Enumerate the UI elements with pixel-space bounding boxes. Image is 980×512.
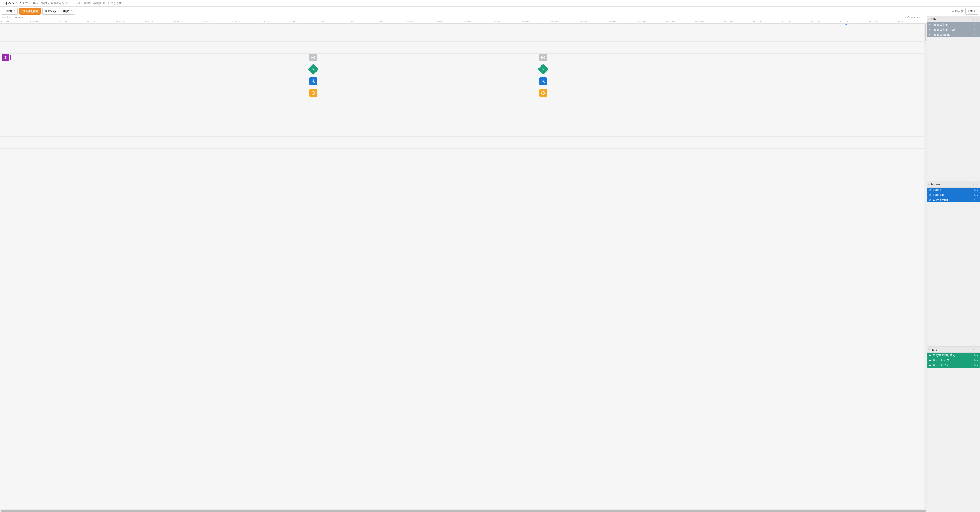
timeline-row (0, 65, 927, 77)
expand-icon[interactable]: ⌄ (977, 199, 979, 201)
event-icon-blue[interactable] (309, 77, 317, 85)
panel-item-label: sorry_switch (932, 198, 974, 201)
expand-icon[interactable]: ⌄ (977, 188, 979, 191)
edit-icon[interactable]: ✎ (974, 359, 976, 362)
expand-icon[interactable]: ⌄ (977, 23, 979, 26)
time-span-label: 1時間 (4, 9, 12, 13)
time-span-dropdown[interactable]: 1時間 ▼ (2, 8, 18, 14)
vertical-scrollbar[interactable] (924, 24, 927, 509)
add-icon[interactable]: ＋ (972, 182, 975, 186)
time-tick: 17:01:00 (782, 20, 791, 22)
rule-panel: ⠿ Rule ＋ ︿ ◆sorry画面切り替え✎⌄◆スケールアウト✎⌄◆スケール… (927, 346, 980, 512)
kebab-menu-icon[interactable]: ⋮ (975, 1, 978, 5)
edit-icon[interactable]: ✎ (974, 188, 976, 191)
time-tick: 17:03:00 (811, 20, 819, 22)
collapse-icon[interactable]: ︿ (976, 348, 979, 352)
time-tick: 16:57:00 (724, 20, 732, 22)
check-circle-icon: ✔ (928, 33, 931, 36)
event-icon-orange[interactable] (309, 89, 317, 97)
svg-point-6 (313, 81, 314, 82)
current-time-line (846, 24, 846, 509)
edit-icon[interactable]: ✎ (974, 194, 976, 196)
collapse-icon[interactable]: ︿ (976, 182, 979, 186)
panel-item-label: request_range (932, 33, 974, 36)
pattern-dropdown[interactable]: 表示パターン選択 ▼ (42, 8, 75, 14)
panel-item-label: スケールイン (932, 363, 974, 367)
time-tick: 16:55:00 (695, 20, 704, 22)
expand-icon[interactable]: ⌄ (977, 364, 979, 367)
timeline-left-timestamp: 2024/05/15 16:05:23 (2, 16, 25, 20)
panel-item[interactable]: ◆スケールイン✎⌄ (927, 363, 980, 368)
svg-point-10 (542, 81, 544, 82)
expand-icon[interactable]: ⌄ (977, 359, 979, 362)
check-circle-icon: ✔ (928, 28, 931, 31)
horizontal-scrollbar[interactable] (0, 509, 927, 512)
time-tick: 16:15:00 (116, 20, 124, 22)
action-panel-title: Action (931, 183, 972, 186)
event-range-bar[interactable] (0, 42, 658, 42)
check-circle-icon: ✔ (928, 23, 931, 26)
panel-item[interactable]: ✔request_range✎⌄ (927, 32, 980, 37)
expand-icon[interactable]: ⌄ (977, 33, 979, 36)
time-tick: 16:51:00 (637, 20, 646, 22)
panel-item-label: scale-out (932, 193, 974, 196)
toolbar: 1時間 ▼ 範囲指定 表示パターン選択 ▼ 自動更新 1秒 ▼ (0, 6, 980, 16)
action-panel-body: ⚙scale-in✎⌄⚙scale-out✎⌄⚙sorry_switch✎⌄ (927, 188, 980, 346)
add-icon[interactable]: ＋ (972, 17, 975, 21)
edit-icon[interactable]: ✎ (974, 354, 976, 357)
edit-icon[interactable]: ✎ (974, 199, 976, 201)
time-tick: 16:07:00 (0, 20, 8, 22)
panel-item[interactable]: ◆スケールアウト✎⌄ (927, 357, 980, 363)
panel-item[interactable]: ⚙scale-in✎⌄ (927, 188, 980, 193)
auto-update-interval-dropdown[interactable]: 1秒 ▼ (966, 8, 978, 14)
expand-icon[interactable]: ⌄ (977, 194, 979, 196)
interval-value: 1秒 (968, 9, 972, 13)
pattern-label: 表示パターン選択 (45, 9, 69, 13)
rule-panel-body: ◆sorry画面切り替え✎⌄◆スケールアウト✎⌄◆スケールイン✎⌄ (927, 352, 980, 512)
caret-down-icon: ▼ (13, 10, 15, 13)
scrollbar-thumb[interactable] (0, 509, 926, 512)
collapse-icon[interactable]: ︿ (976, 17, 979, 21)
panel-item[interactable]: ✔request_limit_max✎⌄ (927, 27, 980, 32)
event-icon-purple[interactable] (2, 54, 10, 61)
time-tick: 17:05:00 (840, 20, 848, 22)
expand-icon[interactable]: ⌄ (977, 28, 979, 31)
edit-icon[interactable]: ✎ (974, 28, 976, 31)
event-icon-orange[interactable] (539, 89, 547, 97)
panel-item[interactable]: ◆sorry画面切り替え✎⌄ (927, 352, 980, 357)
rule-panel-title: Rule (931, 348, 972, 351)
action-panel-header[interactable]: ⠿ Action ＋ ︿ (927, 182, 980, 188)
timeline-row (0, 30, 927, 42)
time-tick: 16:45:00 (550, 20, 559, 22)
event-icon-blue[interactable] (539, 77, 547, 85)
time-tick: 16:43:00 (521, 20, 530, 22)
time-tick: 16:35:00 (406, 20, 414, 22)
time-tick: 16:17:00 (145, 20, 153, 22)
action-panel: ⠿ Action ＋ ︿ ⚙scale-in✎⌄⚙scale-out✎⌄⚙sor… (927, 182, 980, 347)
filter-panel-header[interactable]: ⠿ Filter ＋ ︿ (927, 16, 980, 22)
event-icon-gray[interactable] (539, 54, 547, 61)
timeline-body[interactable] (0, 24, 927, 509)
main-area: 2024/05/15 16:05:23 2024/05/15 17:11:23 … (0, 16, 980, 512)
scrollbar-thumb[interactable] (924, 24, 926, 41)
panel-item[interactable]: ⚙sorry_switch✎⌄ (927, 198, 980, 203)
panel-item[interactable]: ✔request_limit✎⌄ (927, 22, 980, 27)
time-tick: 16:21:00 (203, 20, 212, 22)
caret-down-icon: ▼ (974, 10, 976, 13)
expand-icon[interactable]: ⌄ (977, 354, 979, 357)
time-tick: 16:29:00 (318, 20, 327, 22)
range-select-button[interactable]: 範囲指定 (19, 8, 41, 14)
edit-icon[interactable]: ✎ (974, 364, 976, 367)
rule-panel-header[interactable]: ⠿ Rule ＋ ︿ (927, 346, 980, 352)
add-icon[interactable]: ＋ (972, 348, 975, 352)
edit-icon[interactable]: ✎ (974, 23, 976, 26)
event-icon-gray[interactable] (309, 54, 317, 61)
time-ticks: 16:07:0016:09:0016:11:0016:13:0016:15:00… (0, 20, 927, 24)
panel-item[interactable]: ⚙scale-out✎⌄ (927, 193, 980, 198)
page-title: イベントフロー (5, 1, 28, 6)
panel-item-label: request_limit (932, 23, 974, 26)
calendar-icon (22, 10, 25, 13)
edit-icon[interactable]: ✎ (974, 33, 976, 36)
timeline-row (0, 101, 927, 113)
caret-down-icon: ▼ (70, 10, 72, 13)
